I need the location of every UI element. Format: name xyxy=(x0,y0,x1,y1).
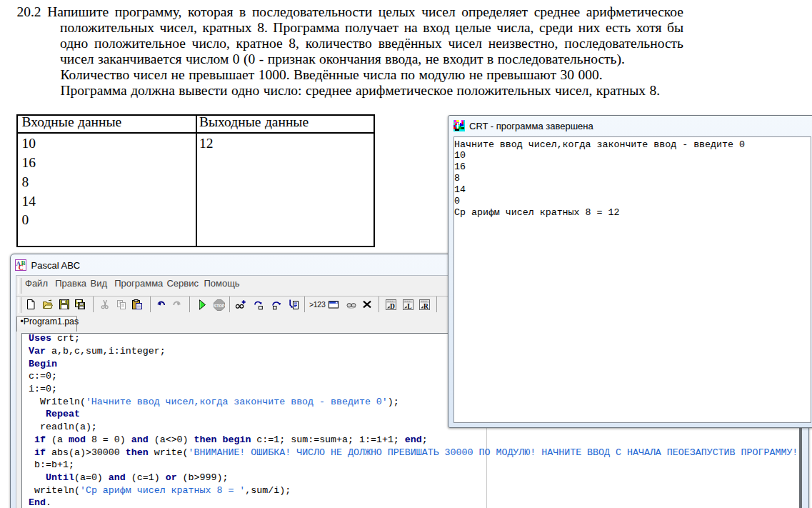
svg-text:C: C xyxy=(19,264,24,271)
svg-text:STOP: STOP xyxy=(214,304,224,308)
svg-text:L: L xyxy=(407,303,411,310)
svg-text:D: D xyxy=(390,303,395,310)
svg-text:R: R xyxy=(423,303,428,310)
